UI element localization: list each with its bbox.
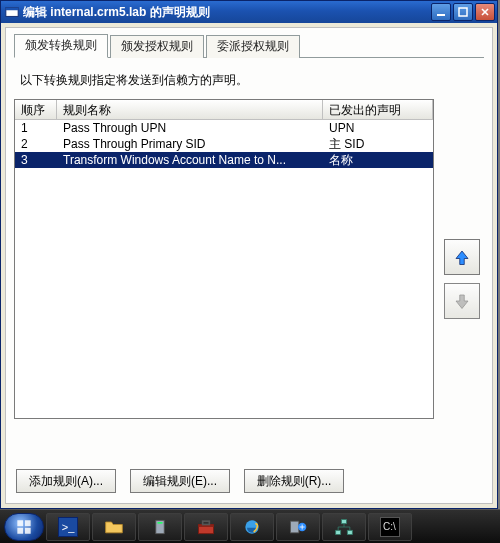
task-powershell[interactable]: >_ (46, 513, 90, 541)
list-row[interactable]: 3Transform Windows Account Name to N...名… (15, 152, 433, 168)
cell-order: 2 (15, 137, 57, 151)
window-buttons (431, 3, 495, 21)
cell-claim: 主 SID (323, 136, 433, 153)
powershell-icon: >_ (58, 517, 78, 537)
move-down-button[interactable] (444, 283, 480, 319)
tab-bar: 颁发转换规则颁发授权规则委派授权规则 (14, 36, 484, 58)
header-order[interactable]: 顺序 (15, 100, 57, 119)
window-title: 编辑 internal.crm5.lab 的声明规则 (23, 4, 431, 21)
tab-2[interactable]: 委派授权规则 (206, 35, 300, 58)
maximize-button[interactable] (453, 3, 473, 21)
list-body: 1Pass Through UPNUPN2Pass Through Primar… (15, 120, 433, 418)
start-orb-icon (14, 517, 34, 537)
tab-1[interactable]: 颁发授权规则 (110, 35, 204, 58)
arrow-up-icon (453, 248, 471, 266)
button-row: 添加规则(A)... 编辑规则(E)... 删除规则(R)... (14, 453, 484, 497)
network-icon (334, 517, 354, 537)
server-icon (150, 517, 170, 537)
cmd-icon: C:\ (380, 517, 400, 537)
header-claim[interactable]: 已发出的声明 (323, 100, 433, 119)
svg-rect-15 (342, 519, 347, 523)
list-row[interactable]: 1Pass Through UPNUPN (15, 120, 433, 136)
description-text: 以下转换规则指定将发送到信赖方的声明。 (20, 72, 482, 89)
main-row: 顺序 规则名称 已发出的声明 1Pass Through UPNUPN2Pass… (14, 99, 484, 453)
taskbar[interactable]: >_ C:\ (0, 509, 500, 543)
cell-name: Pass Through Primary SID (57, 137, 323, 151)
order-buttons (444, 99, 484, 453)
ie-icon (242, 517, 262, 537)
edit-rule-button[interactable]: 编辑规则(E)... (130, 469, 230, 493)
move-up-button[interactable] (444, 239, 480, 275)
tab-0[interactable]: 颁发转换规则 (14, 34, 108, 58)
close-button[interactable] (475, 3, 495, 21)
header-name[interactable]: 规则名称 (57, 100, 323, 119)
add-rule-button[interactable]: 添加规则(A)... (16, 469, 116, 493)
svg-rect-16 (336, 530, 341, 534)
client-area: 颁发转换规则颁发授权规则委派授权规则 以下转换规则指定将发送到信赖方的声明。 顺… (5, 27, 493, 504)
cell-name: Transform Windows Account Name to N... (57, 153, 323, 167)
rules-list[interactable]: 顺序 规则名称 已发出的声明 1Pass Through UPNUPN2Pass… (14, 99, 434, 419)
arrow-down-icon (453, 292, 471, 310)
list-header[interactable]: 顺序 规则名称 已发出的声明 (15, 100, 433, 120)
cell-name: Pass Through UPN (57, 121, 323, 135)
cell-order: 1 (15, 121, 57, 135)
title-bar[interactable]: 编辑 internal.crm5.lab 的声明规则 (1, 1, 497, 23)
adfs-icon (288, 517, 308, 537)
task-explorer[interactable] (92, 513, 136, 541)
task-toolbox[interactable] (184, 513, 228, 541)
svg-rect-1 (6, 8, 18, 11)
svg-rect-8 (158, 522, 163, 524)
app-icon (5, 5, 19, 19)
remove-rule-button[interactable]: 删除规则(R)... (244, 469, 344, 493)
svg-rect-3 (459, 8, 467, 16)
toolbox-icon (196, 517, 216, 537)
svg-rect-13 (291, 521, 299, 533)
task-cmd[interactable]: C:\ (368, 513, 412, 541)
cell-claim: 名称 (323, 152, 433, 169)
cell-order: 3 (15, 153, 57, 167)
folder-icon (104, 517, 124, 537)
svg-rect-17 (347, 530, 352, 534)
dialog-window: 编辑 internal.crm5.lab 的声明规则 颁发转换规则颁发授权规则委… (0, 0, 498, 509)
start-button[interactable] (4, 513, 44, 541)
task-network[interactable] (322, 513, 366, 541)
cell-claim: UPN (323, 121, 433, 135)
task-ie[interactable] (230, 513, 274, 541)
svg-rect-11 (203, 521, 210, 524)
svg-rect-2 (437, 14, 445, 16)
task-adfs[interactable] (276, 513, 320, 541)
list-row[interactable]: 2Pass Through Primary SID主 SID (15, 136, 433, 152)
minimize-button[interactable] (431, 3, 451, 21)
task-server-manager[interactable] (138, 513, 182, 541)
